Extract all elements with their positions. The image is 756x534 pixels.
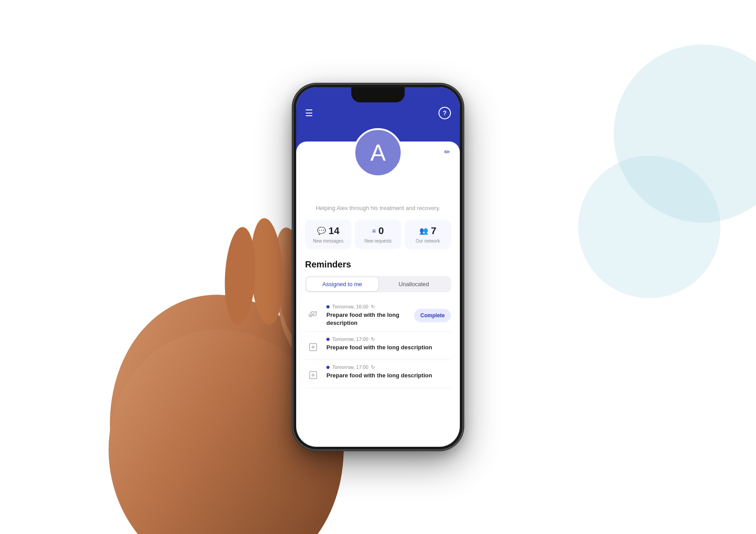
phone-frame: ☰ ? A ✏ Helping Alex through his <box>294 85 462 449</box>
reminders-title: Reminders <box>305 259 451 270</box>
app-content: ☰ ? A ✏ Helping Alex through his <box>296 87 460 447</box>
reminder-item-1: Tomorrow, 16:00 ↻ Prepare food with the … <box>305 299 451 332</box>
reminder-time-row-3: Tomorrow, 17:00 ↻ <box>326 364 451 370</box>
header-top-bar: ☰ ? <box>305 107 451 119</box>
avatar: A <box>354 128 402 177</box>
phone-device: ☰ ? A ✏ Helping Alex through his <box>294 85 462 449</box>
network-label: Our network <box>408 239 447 243</box>
network-icon: 👥 <box>419 227 428 235</box>
stat-network[interactable]: 👥 7 Our network <box>405 220 451 249</box>
svg-point-9 <box>248 217 286 325</box>
patient-description: Helping Alex through his treatment and r… <box>305 177 451 220</box>
reminder-time-row-2: Tomorrow, 17:00 ↻ <box>326 336 451 342</box>
messages-icon: 💬 <box>317 227 326 235</box>
help-button[interactable]: ? <box>438 107 451 119</box>
stat-requests[interactable]: ≡ 0 New requests <box>355 220 401 249</box>
repeat-icon-2: ↻ <box>371 336 375 342</box>
tab-unallocated[interactable]: Unallocated <box>378 277 450 291</box>
repeat-icon-3: ↻ <box>371 364 375 370</box>
stat-network-row: 👥 7 <box>408 225 447 237</box>
requests-label: New requests <box>358 239 398 243</box>
reminder-icon-handshake <box>305 307 321 323</box>
reminder-time-2: Tomorrow, 17:00 <box>332 336 368 342</box>
reminder-content-2: Tomorrow, 17:00 ↻ Prepare food with the … <box>326 336 451 352</box>
complete-button-1[interactable]: Complete <box>414 309 451 322</box>
messages-label: New messages <box>309 239 348 243</box>
stat-messages-row: 💬 14 <box>309 225 348 237</box>
reminder-item-2: Tomorrow, 17:00 ↻ Prepare food with the … <box>305 332 451 360</box>
bg-decoration-2 <box>578 156 720 298</box>
reminder-icon-medical-2 <box>305 367 321 383</box>
app-scrollable[interactable]: ☰ ? A ✏ Helping Alex through his <box>296 87 460 447</box>
stats-row: 💬 14 New messages ≡ 0 New reque <box>305 220 451 249</box>
main-card: A ✏ Helping Alex through his treatment a… <box>296 142 460 397</box>
tab-assigned-to-me[interactable]: Assigned to me <box>306 277 378 291</box>
reminder-item-3: Tomorrow, 17:00 ↻ Prepare food with the … <box>305 360 451 388</box>
repeat-icon-1: ↻ <box>371 304 375 310</box>
reminder-content-3: Tomorrow, 17:00 ↻ Prepare food with the … <box>326 364 451 380</box>
reminder-time-1: Tomorrow, 16:00 <box>332 304 368 309</box>
svg-point-10 <box>222 226 257 325</box>
messages-count: 14 <box>329 225 339 237</box>
phone-screen: ☰ ? A ✏ Helping Alex through his <box>296 87 460 447</box>
time-dot-1 <box>326 305 330 308</box>
stat-requests-row: ≡ 0 <box>358 225 398 237</box>
reminder-content-1: Tomorrow, 16:00 ↻ Prepare food with the … <box>326 304 409 327</box>
reminder-time-row-1: Tomorrow, 16:00 ↻ <box>326 304 409 310</box>
stat-messages[interactable]: 💬 14 New messages <box>305 220 351 249</box>
reminder-title-1: Prepare food with the long description <box>326 311 409 327</box>
reminder-time-3: Tomorrow, 17:00 <box>332 364 368 370</box>
reminder-title-3: Prepare food with the long description <box>326 372 451 380</box>
time-dot-2 <box>326 338 330 341</box>
reminder-icon-medical-1 <box>305 339 321 355</box>
hamburger-menu-icon[interactable]: ☰ <box>305 109 313 117</box>
phone-notch <box>351 87 405 102</box>
network-count: 7 <box>431 225 436 237</box>
reminder-title-2: Prepare food with the long description <box>326 344 451 352</box>
time-dot-3 <box>326 366 330 369</box>
avatar-container: A <box>305 142 451 177</box>
reminders-tabs: Assigned to me Unallocated <box>305 276 451 292</box>
requests-count: 0 <box>378 225 384 237</box>
requests-icon: ≡ <box>372 227 376 235</box>
